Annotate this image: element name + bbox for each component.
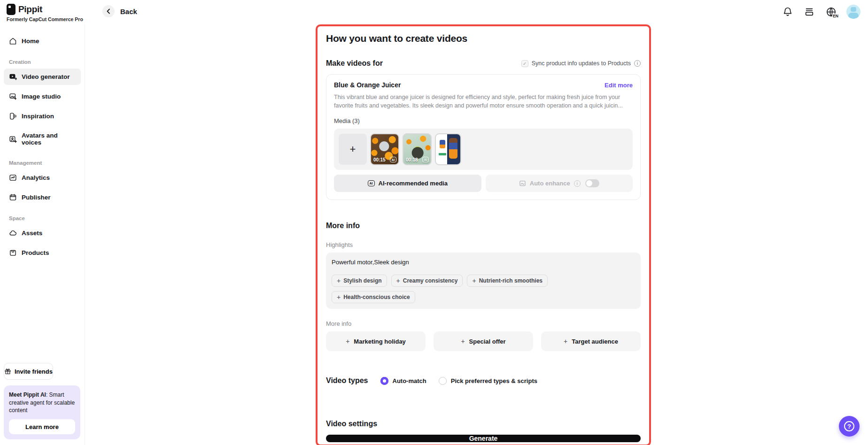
generate-button[interactable]: Generate (326, 435, 641, 442)
sidebar-item-label: Assets (22, 230, 42, 237)
back-button[interactable] (102, 5, 115, 17)
topbar: Pippit Formerly CapCut Commerce Pro Back… (0, 0, 868, 24)
brand-logo[interactable]: Pippit Formerly CapCut Commerce Pro (7, 4, 83, 22)
video-types-title: Video types (326, 376, 368, 385)
sidebar-item-analytics[interactable]: Analytics (4, 169, 81, 186)
highlight-chip-nutrient-rich-smoothies[interactable]: +Nutrient-rich smoothies (467, 275, 548, 287)
highlight-chip-creamy-consistency[interactable]: +Creamy consistency (391, 275, 463, 287)
sidebar-item-video-generator[interactable]: Video generator (4, 69, 81, 85)
add-target-audience-button[interactable]: +Target audience (541, 331, 641, 351)
radio-auto-match[interactable]: Auto-match (380, 377, 426, 385)
products-bag-icon (9, 249, 17, 257)
video-generator-icon (9, 73, 17, 81)
chip-label: Nutrient-rich smoothies (479, 277, 542, 284)
info-icon: i (574, 180, 581, 187)
home-icon (9, 37, 17, 45)
user-avatar[interactable] (846, 5, 860, 19)
highlight-chip-stylish-design[interactable]: +Stylish design (332, 275, 387, 287)
product-name: Blue & Orange Juicer (334, 81, 401, 89)
more-info-label: More info (326, 320, 641, 327)
highlights-input[interactable]: Powerful motor,Sleek design +Stylish des… (326, 253, 641, 309)
assets-cloud-icon (9, 229, 17, 237)
sidebar-item-image-studio[interactable]: Image studio (4, 88, 81, 105)
create-videos-panel: How you want to create videos Make video… (316, 24, 651, 445)
sidebar-item-avatars-and-voices[interactable]: Avatars and voices (4, 128, 81, 150)
sidebar-item-home[interactable]: Home (4, 33, 81, 49)
highlight-chip-health-conscious-choice[interactable]: +Health-conscious choice (332, 291, 415, 303)
learn-more-button[interactable]: Learn more (9, 419, 75, 434)
analytics-icon (9, 174, 17, 182)
auto-enhance-label: Auto enhance (530, 180, 570, 187)
sidebar-item-publisher[interactable]: Publisher (4, 189, 81, 206)
page-title: How you want to create videos (326, 33, 641, 44)
image-enhance-icon (519, 180, 526, 187)
sidebar-item-inspiration[interactable]: Inspiration (4, 108, 81, 124)
invite-friends-button[interactable]: Invite friends (4, 363, 53, 380)
help-button[interactable]: ? (839, 416, 860, 437)
question-mark-icon: ? (844, 421, 854, 431)
brand-tagline: Formerly CapCut Commerce Pro (7, 16, 83, 22)
media-strip: + 00:15 AI 00:18 AI (334, 129, 633, 170)
video-thumbnail-1[interactable]: 00:15 AI (370, 133, 399, 165)
invite-friends-label: Invite friends (15, 368, 53, 375)
plus-icon: + (337, 277, 341, 284)
pippit-ai-promo-card: Meet Pippit AI: Smart creative agent for… (4, 385, 80, 439)
video-duration: 00:18 (406, 157, 418, 162)
image-thumbnail-3[interactable] (435, 133, 461, 165)
radio-selected-icon (380, 377, 388, 385)
add-media-button[interactable]: + (339, 134, 367, 165)
add-marketing-holiday-button[interactable]: +Marketing holiday (326, 331, 426, 351)
mi-button-label: Special offer (469, 338, 506, 345)
make-videos-for-title: Make videos for (326, 59, 383, 68)
plus-icon: + (396, 277, 400, 284)
sync-checkbox[interactable]: ✓ (521, 60, 528, 67)
sidebar-item-label: Analytics (22, 174, 50, 181)
sidebar-item-products[interactable]: Products (4, 245, 81, 261)
pippit-logo-icon (7, 4, 16, 15)
video-thumbnail-2[interactable]: 00:18 AI (403, 133, 432, 165)
auto-enhance-button[interactable]: Auto enhance i (486, 175, 633, 192)
edit-more-link[interactable]: Edit more (604, 82, 633, 89)
promo-text: Meet Pippit AI: Smart creative agent for… (9, 391, 75, 414)
orders-icon[interactable] (803, 6, 815, 18)
more-info-title: More info (326, 222, 641, 230)
info-icon[interactable]: i (634, 60, 641, 67)
radio-label: Auto-match (393, 377, 426, 384)
auto-enhance-toggle[interactable] (585, 179, 599, 187)
image-studio-icon (9, 92, 17, 100)
language-globe-icon[interactable]: EN (825, 6, 837, 18)
chip-label: Creamy consistency (403, 277, 458, 284)
plus-icon: + (461, 338, 465, 345)
radio-label: Pick preferred types & scripts (451, 377, 537, 384)
add-special-offer-button[interactable]: +Special offer (434, 331, 533, 351)
ai-recommended-media-button[interactable]: AI AI-recommended media (334, 175, 481, 192)
sidebar-item-label: Avatars and voices (22, 132, 76, 146)
radio-unselected-icon (439, 377, 447, 385)
inspiration-icon (9, 112, 17, 120)
chevron-left-icon (106, 8, 111, 14)
radio-pick-preferred[interactable]: Pick preferred types & scripts (439, 377, 537, 385)
sidebar-section-space: Space (4, 209, 81, 225)
gift-icon (4, 368, 11, 375)
ai-badge-icon: AI (422, 157, 429, 162)
avatars-icon (9, 135, 17, 143)
plus-icon: + (337, 294, 341, 300)
highlights-label: Highlights (326, 241, 641, 248)
product-description: This vibrant blue and orange juicer is d… (334, 93, 633, 110)
ai-badge-icon: AI (390, 157, 396, 162)
plus-icon: + (472, 277, 476, 284)
promo-title-bold: Meet Pippit AI (9, 391, 46, 398)
plus-icon: + (346, 338, 349, 345)
mi-button-label: Marketing holiday (354, 338, 406, 345)
product-card: Blue & Orange Juicer Edit more This vibr… (326, 74, 641, 200)
sidebar-item-label: Home (22, 38, 39, 45)
sync-label: Sync product info updates to Products (532, 60, 631, 67)
mi-button-label: Target audience (572, 338, 618, 345)
ai-media-icon: AI (368, 180, 375, 186)
back-label: Back (120, 8, 137, 15)
chip-label: Stylish design (343, 277, 381, 284)
notifications-bell-icon[interactable] (782, 6, 794, 18)
sidebar-item-label: Image studio (22, 93, 61, 100)
sidebar-item-assets[interactable]: Assets (4, 225, 81, 241)
brand-name: Pippit (18, 4, 42, 15)
